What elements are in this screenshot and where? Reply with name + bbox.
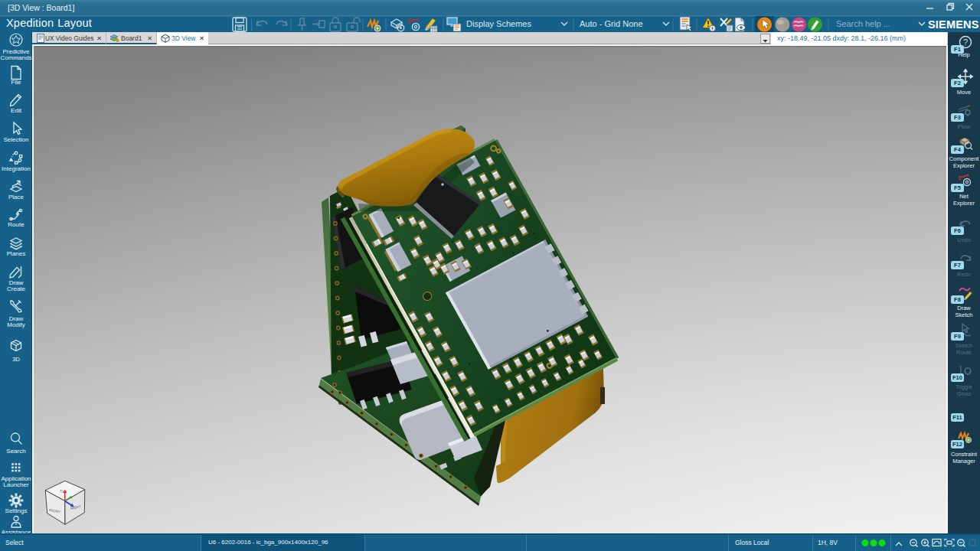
svg-text:Auto - Grid None: Auto - Grid None bbox=[580, 19, 643, 28]
svg-text:Search help ...: Search help ... bbox=[836, 19, 890, 28]
svg-text:SIEMENS: SIEMENS bbox=[928, 18, 979, 31]
svg-text:Display Schemes: Display Schemes bbox=[466, 19, 531, 28]
